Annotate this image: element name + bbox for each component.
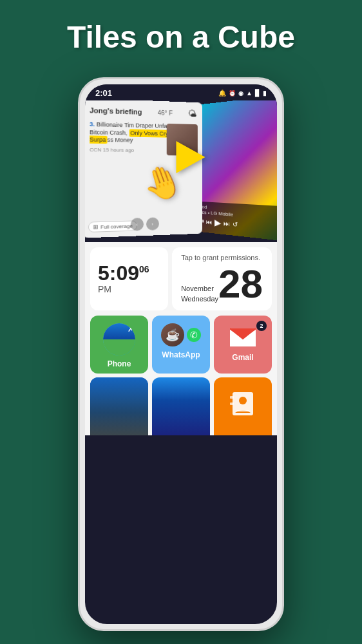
alarm2-icon: ⏰	[229, 90, 236, 97]
sky-bg	[152, 377, 210, 435]
news-source: CCN	[90, 147, 101, 153]
tile-right-music[interactable]: ood rics • LG Mobile ⇄ ⏮ ▶ ⏭ ↺	[196, 100, 277, 241]
tile-left-header: Jong's briefing 46° F 🌤	[90, 105, 196, 118]
battery-icon: ▮	[263, 90, 267, 97]
alarm-icon: 🔔	[218, 90, 226, 97]
date-display: November Wednesday 28	[181, 264, 263, 304]
briefing-title: Jong's briefing	[90, 106, 142, 116]
bottom-tile-2[interactable]	[152, 377, 210, 435]
location-icon: ◉	[238, 90, 243, 97]
clock-display: 5:0906 PM	[98, 263, 160, 295]
bottom-tile-contacts[interactable]	[214, 377, 272, 435]
day-number: 28	[218, 264, 263, 304]
svg-rect-2	[230, 396, 234, 399]
day-name: Wednesday	[181, 294, 218, 304]
missed-call-icon: ✗	[128, 325, 134, 334]
status-bar: 2:01 🔔 ⏰ ◉ ▲ ▊ ▮	[85, 84, 277, 100]
clock-ampm: PM	[98, 284, 111, 294]
nav-left-icon: ‹	[136, 222, 138, 227]
nav-right-icon: ›	[151, 221, 153, 227]
bottom-tile-1[interactable]	[90, 377, 148, 435]
clock-widget[interactable]: 5:0906 PM	[90, 247, 168, 310]
phone-app-icon[interactable]: ✗ Phone	[90, 316, 148, 374]
contacts-svg	[230, 391, 256, 417]
whatsapp-app-label: WhatsApp	[162, 350, 200, 359]
gmail-svg	[230, 326, 256, 346]
gmail-icon	[227, 323, 259, 349]
month-name: November	[181, 284, 218, 294]
permission-text: Tap to grant permissions.	[181, 254, 263, 261]
next-icon[interactable]: ▶	[214, 217, 221, 227]
whatsapp-icons: ☕ ✆	[161, 323, 201, 346]
contacts-icon	[230, 391, 256, 422]
whatsapp-app-icon[interactable]: ☕ ✆ WhatsApp	[152, 316, 210, 374]
gmail-app-icon[interactable]: 2 Gmail	[214, 316, 272, 374]
phone-body: 2:01 🔔 ⏰ ◉ ▲ ▊ ▮ Jong's brie	[78, 77, 284, 631]
repeat-icon[interactable]: ↺	[233, 220, 238, 228]
status-icons: 🔔 ⏰ ◉ ▲ ▊ ▮	[218, 90, 267, 97]
news-time: 15 hours ago	[103, 147, 134, 153]
coffee-cup-icon: ☕	[161, 323, 184, 346]
gmail-badge: 2	[256, 321, 267, 331]
prev-icon[interactable]: ⏮	[206, 218, 212, 225]
clock-time-value: 5:09	[98, 261, 139, 285]
right-arrow-icon	[176, 141, 205, 173]
status-time: 2:01	[95, 88, 112, 98]
gmail-app-label: Gmail	[232, 353, 253, 362]
temperature: 46° F	[158, 109, 173, 117]
clock-time: 5:0906	[98, 261, 149, 285]
phone-app-label: Phone	[108, 359, 131, 368]
date-widget[interactable]: Tap to grant permissions. November Wedne…	[172, 247, 272, 310]
widget-area: 5:0906 PM Tap to grant permissions. Nove…	[85, 242, 277, 316]
clock-seconds: 06	[139, 264, 149, 274]
tile-right-overlay: ood rics • LG Mobile ⇄ ⏮ ▶ ⏭ ↺	[196, 202, 277, 241]
coverage-label: Full coverage	[100, 223, 133, 230]
bottom-row	[85, 377, 277, 435]
weather-icon: 🌤	[188, 108, 196, 118]
svg-rect-5	[236, 410, 249, 412]
nav-arrows: ‹ ›	[130, 217, 158, 231]
date-text: November Wednesday	[181, 284, 218, 304]
cloud-bg	[90, 377, 148, 435]
skip-icon[interactable]: ⏭	[224, 220, 230, 227]
nav-right-btn[interactable]: ›	[146, 217, 159, 231]
page-background: Tiles on a Cube 2:01 🔔 ⏰ ◉ ▲ ▊ ▮	[0, 0, 362, 644]
phone-avatar: ✗	[103, 323, 135, 355]
coverage-icon: ⊞	[93, 223, 98, 231]
news-number: 3.	[90, 121, 95, 128]
page-title: Tiles on a Cube	[0, 0, 362, 68]
whatsapp-logo: ✆	[187, 328, 201, 342]
nav-left-btn[interactable]: ‹	[130, 218, 143, 231]
wifi-icon: ▲	[246, 90, 252, 97]
app-icons-row: ✗ Phone ☕ ✆ WhatsApp 2	[85, 316, 277, 377]
swipe-arrow	[176, 141, 205, 173]
svg-rect-3	[230, 402, 234, 405]
phone-device: 2:01 🔔 ⏰ ◉ ▲ ▊ ▮ Jong's brie	[78, 77, 284, 631]
signal-icon: ▊	[255, 90, 260, 97]
svg-point-4	[239, 397, 247, 404]
cube-area: Jong's briefing 46° F 🌤 3. Billionaire T…	[85, 100, 277, 242]
phone-screen: 2:01 🔔 ⏰ ◉ ▲ ▊ ▮ Jong's brie	[85, 84, 277, 624]
